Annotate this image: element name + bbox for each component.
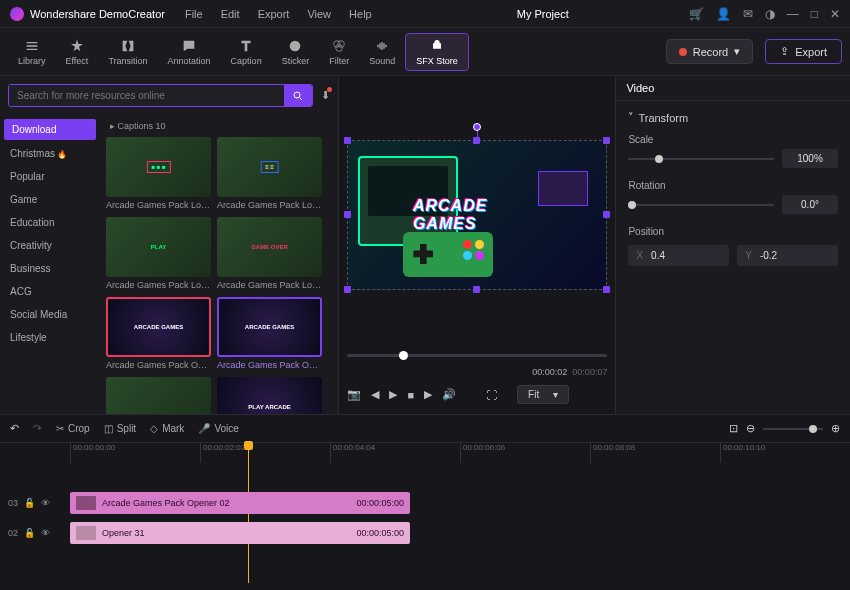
resize-handle[interactable]	[344, 137, 351, 144]
rotation-slider[interactable]	[628, 204, 774, 206]
play-icon[interactable]: ▶	[389, 388, 397, 401]
tab-transition[interactable]: Transition	[98, 34, 157, 70]
category-creativity[interactable]: Creativity	[0, 234, 100, 257]
lock-icon[interactable]: 🔓	[24, 498, 35, 508]
position-y-input[interactable]: Y-0.2	[737, 245, 838, 266]
crop-button[interactable]: ✂Crop	[56, 423, 90, 434]
section-transform[interactable]: ˅Transform	[628, 107, 838, 128]
rotation-value[interactable]: 0.0°	[782, 195, 838, 214]
split-icon: ◫	[104, 423, 113, 434]
voice-button[interactable]: 🎤Voice	[198, 423, 238, 434]
split-button[interactable]: ◫Split	[104, 423, 136, 434]
resize-handle[interactable]	[603, 137, 610, 144]
prev-icon[interactable]: ◀	[371, 388, 379, 401]
asset-thumb[interactable]: GAME OVERArcade Games Pack Low...	[217, 217, 322, 293]
zoom-in-icon[interactable]: ⊕	[831, 422, 840, 435]
tab-sfx-store[interactable]: SFX Store	[405, 33, 469, 71]
redo-icon[interactable]: ↷	[33, 422, 42, 435]
zoom-slider[interactable]	[763, 428, 823, 430]
record-button[interactable]: Record▾	[666, 39, 753, 64]
preview-canvas[interactable]: ARCADE GAMES	[347, 140, 607, 290]
minimize-icon[interactable]: —	[787, 7, 799, 21]
project-name: My Project	[517, 8, 569, 20]
zoom-out-icon[interactable]: ⊖	[746, 422, 755, 435]
asset-thumb[interactable]	[106, 377, 211, 414]
scrubber[interactable]	[347, 354, 607, 357]
category-education[interactable]: Education	[0, 211, 100, 234]
menu-edit[interactable]: Edit	[221, 8, 240, 20]
position-label: Position	[628, 226, 838, 237]
tab-sound[interactable]: Sound	[359, 34, 405, 70]
rotate-handle[interactable]	[473, 123, 481, 131]
resize-handle[interactable]	[603, 286, 610, 293]
search-input[interactable]	[8, 84, 313, 107]
tab-caption[interactable]: Caption	[221, 34, 272, 70]
position-x-input[interactable]: X0.4	[628, 245, 729, 266]
resize-handle[interactable]	[603, 211, 610, 218]
mic-icon: 🎤	[198, 423, 210, 434]
resize-handle[interactable]	[344, 211, 351, 218]
svg-point-4	[294, 92, 300, 98]
record-dot-icon	[679, 48, 687, 56]
tab-effect[interactable]: Effect	[56, 34, 99, 70]
ruler-tick: 00:00:06:06	[460, 443, 590, 463]
asset-thumb-selected[interactable]: ARCADE GAMESArcade Games Pack Ope...	[217, 297, 322, 373]
resize-handle[interactable]	[344, 286, 351, 293]
category-lifestyle[interactable]: Lifestyle	[0, 326, 100, 349]
menu-help[interactable]: Help	[349, 8, 372, 20]
undo-icon[interactable]: ↶	[10, 422, 19, 435]
category-acg[interactable]: ACG	[0, 280, 100, 303]
mark-button[interactable]: ◇Mark	[150, 423, 184, 434]
category-game[interactable]: Game	[0, 188, 100, 211]
category-business[interactable]: Business	[0, 257, 100, 280]
search-button[interactable]	[284, 85, 312, 106]
mail-icon[interactable]: ✉	[743, 7, 753, 21]
timeline-clip[interactable]: Opener 3100:00:05:00	[70, 522, 410, 544]
menu-export[interactable]: Export	[258, 8, 290, 20]
mark-icon: ◇	[150, 423, 158, 434]
fit-dropdown[interactable]: Fit▾	[517, 385, 569, 404]
menu-file[interactable]: File	[185, 8, 203, 20]
close-icon[interactable]: ✕	[830, 7, 840, 21]
tab-sticker[interactable]: Sticker	[272, 34, 320, 70]
export-button[interactable]: ⇪Export	[765, 39, 842, 64]
chevron-down-icon: ▾	[553, 389, 558, 400]
next-icon[interactable]: ▶	[424, 388, 432, 401]
lock-icon[interactable]: 🔓	[24, 528, 35, 538]
ruler-tick: 00:00:00:00	[70, 443, 200, 463]
tab-annotation[interactable]: Annotation	[158, 34, 221, 70]
category-download[interactable]: Download	[4, 119, 96, 140]
category-social-media[interactable]: Social Media	[0, 303, 100, 326]
fullscreen-icon[interactable]: ⛶	[486, 389, 497, 401]
help-icon[interactable]: ◑	[765, 7, 775, 21]
app-logo	[10, 7, 24, 21]
resize-handle[interactable]	[473, 286, 480, 293]
category-popular[interactable]: Popular	[0, 165, 100, 188]
asset-thumb[interactable]: ARCADE GAMESArcade Games Pack Ope...	[106, 297, 211, 373]
timeline-clip[interactable]: Arcade Games Pack Opener 0200:00:05:00	[70, 492, 410, 514]
volume-icon[interactable]: 🔊	[442, 388, 456, 401]
svg-point-1	[334, 40, 341, 47]
asset-thumb[interactable]: PLAYArcade Games Pack Low...	[106, 217, 211, 293]
category-christmas[interactable]: Christmas🔥	[0, 142, 100, 165]
asset-thumb[interactable]: PLAY ARCADE	[217, 377, 322, 414]
asset-thumb[interactable]: ■ ■ ■Arcade Games Pack Low...	[106, 137, 211, 213]
svg-point-2	[338, 40, 345, 47]
snapshot-icon[interactable]: 📷	[347, 388, 361, 401]
auto-fit-icon[interactable]: ⊡	[729, 422, 738, 435]
time-total: 00:00:07	[572, 367, 607, 377]
download-icon[interactable]: ⬇	[321, 89, 330, 102]
tab-filter[interactable]: Filter	[319, 34, 359, 70]
stop-icon[interactable]: ■	[407, 389, 414, 401]
eye-icon[interactable]: 👁	[41, 528, 50, 538]
scale-slider[interactable]	[628, 158, 774, 160]
asset-thumb[interactable]: ≡ ≡Arcade Games Pack Low...	[217, 137, 322, 213]
track-number: 03	[8, 498, 18, 508]
eye-icon[interactable]: 👁	[41, 498, 50, 508]
cart-icon[interactable]: 🛒	[689, 7, 704, 21]
tab-library[interactable]: Library	[8, 34, 56, 70]
menu-view[interactable]: View	[307, 8, 331, 20]
scale-value[interactable]: 100%	[782, 149, 838, 168]
maximize-icon[interactable]: □	[811, 7, 818, 21]
user-icon[interactable]: 👤	[716, 7, 731, 21]
